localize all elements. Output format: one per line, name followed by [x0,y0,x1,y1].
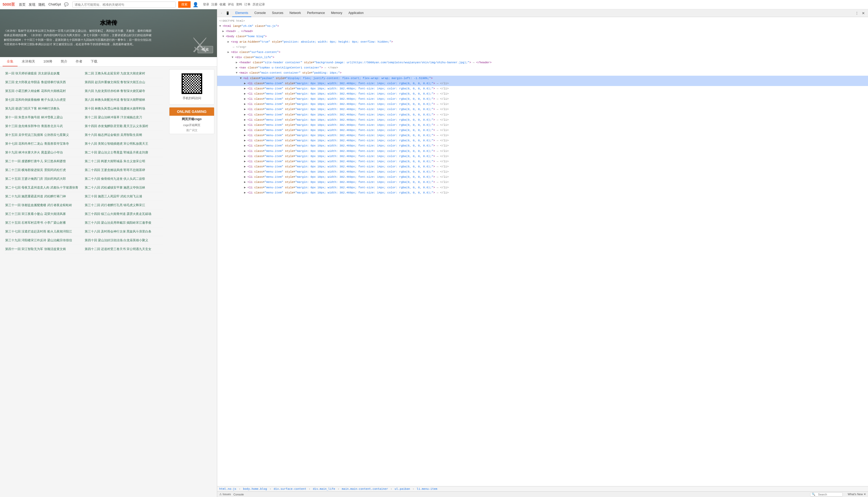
chapter-item[interactable]: 第十三回 急先锋东郭争功 青面兽北京斗武 [4,122,83,131]
tree-head[interactable]: ▶ <head> … </head> [217,29,868,34]
login-link[interactable]: 登录 [203,2,209,7]
breadcrumb-main-content[interactable]: main.main-content.container [342,487,388,491]
more-icon[interactable]: ⋮ [854,11,859,16]
tree-div-surface[interactable]: ▶ <div class="surface-content"> [217,49,868,55]
chapter-item[interactable]: 第四十一回 宋江智取无为军 张顺活捉黄文炳 [4,245,83,254]
tree-li-item[interactable]: ▶ <li class="menu-item" style="margin: 0… [217,159,868,164]
tab-intro[interactable]: 简介 [57,57,72,66]
tree-html[interactable]: ▼ <html lang="zh-CN" class="no-js"> [217,24,868,29]
whats-new[interactable]: What's New ✕ [848,493,866,496]
tree-li-item[interactable]: ▶ <li class="menu-item" style="margin: 0… [217,169,868,174]
tree-li-item[interactable]: ▶ <li class="menu-item" style="margin: 0… [217,190,868,195]
tree-ul-paiban[interactable]: ▼ <ul class="paiban" style="display: fle… [217,76,868,81]
chapter-item[interactable]: 第三十五回 石将军村店寄书 小李广梁山射雁 [4,218,83,227]
chapter-item[interactable]: 第二十四回 王婆贪贿说风情 郓哥不忿闹茶肆 [83,166,163,175]
chapter-item[interactable]: 第四十二回 还道村受三卷天书 宋公明遇九天玄女 [83,245,163,254]
tree-main[interactable]: ▼ <main class="main-content container" s… [217,70,868,75]
search-button[interactable]: 搜索 [178,1,191,8]
tree-li-item[interactable]: ▶ <li class="menu-item" style="margin: 0… [217,174,868,180]
chapter-item[interactable]: 第十六回 杨志押运金银担 吴用智取生辰纲 [83,131,163,140]
chapter-item[interactable]: 第二十三回 横海郡柴进留宾 景阳冈武松打虎 [4,166,83,175]
tree-li-item[interactable]: ▶ <li class="menu-item" style="margin: 0… [217,81,868,86]
tree-li-item[interactable]: ▶ <li class="menu-item" style="margin: 0… [217,128,868,133]
chapter-item[interactable]: 第十二回 梁山泊林冲落草 汴京城杨志卖刀 [83,113,163,122]
chapter-item[interactable]: 第十九回 林冲水寨大并火 晁盖梁山小夺泊 [4,148,83,157]
nav-home[interactable]: 首页 [19,2,26,7]
tab-108[interactable]: 108将 [39,57,57,66]
chapter-item[interactable]: 第十五回 吴学究说三阮撞筹 公孙胜应七星聚义 [4,131,83,140]
site-logo[interactable]: 5000言 [3,2,15,7]
chapter-item[interactable]: 第二十七回 母夜叉孟州道卖人肉 武都头十字坡遇张青 [4,183,83,192]
tree-li-item[interactable]: ▶ <li class="menu-item" style="margin: 0… [217,91,868,96]
tree-li-item[interactable]: ▶ <li class="menu-item" style="margin: 0… [217,180,868,185]
close-devtools-icon[interactable]: ✕ [861,11,866,16]
mobile-icon[interactable]: 📱 [226,11,230,15]
order-link[interactable]: 订单 [244,2,250,7]
chapter-item[interactable]: 第三十一回 张都监血溅鸳鸯楼 武行者夜走蜈蚣岭 [4,201,83,210]
cursor-icon[interactable]: ⬝ [219,11,223,15]
nav-random[interactable]: 随机 [39,2,45,7]
chapter-item[interactable]: 第十回 林教头风雪山神庙 陆虞候火烧草料场 [83,104,163,113]
chapter-item[interactable]: 第二十九回 施恩重霸孟州道 武松醉打蒋门神 [4,192,83,201]
tree-li-item[interactable]: ▶ <li class="menu-item" style="margin: 0… [217,138,868,143]
chapter-item[interactable]: 第七回 花和尚倒拔垂杨柳 豹子头误入白虎堂 [4,96,83,104]
chapter-item[interactable]: 第三回 史大郎夜走华阴县 鲁提辖拳打镇关西 [4,78,83,87]
nav-discover[interactable]: 发现 [29,2,35,7]
breadcrumb-html[interactable]: html.no-js [219,487,236,491]
tree-li-item[interactable]: ▶ <li class="menu-item" style="margin: 0… [217,112,868,117]
history-link[interactable]: 历史记录 [252,2,265,7]
tab-console[interactable]: Console [251,9,269,17]
tree-li-item[interactable]: ▶ <li class="menu-item" style="margin: 0… [217,143,868,148]
tree-li-item[interactable]: ▶ <li class="menu-item" style="margin: 0… [217,133,868,138]
register-link[interactable]: 注册 [211,2,217,7]
collect-button[interactable]: 收藏 [198,46,213,53]
comment-link[interactable]: 评论 [228,2,234,7]
chapter-item[interactable]: 第四十回 梁山泊好汉劫法场 白龙庙英雄小聚义 [83,236,163,245]
tree-li-item[interactable]: ▶ <li class="menu-item" style="margin: 0… [217,86,868,91]
chapter-item[interactable]: 第三十回 施恩三人死囚牢 武松大闹飞云浦 [83,192,163,201]
tree-li-item[interactable]: ▶ <li class="menu-item" style="margin: 0… [217,107,868,112]
chapter-item[interactable]: 第十八回 美髯公智稳插翅虎 宋公明私放晁天王 [83,140,163,148]
chapter-item[interactable]: 第二十二回 阎婆大闹郓城县 朱仝义放宋公明 [83,157,163,166]
tree-nav[interactable]: ▶ <nav class="topNav u-textAlignCenter1 … [217,65,868,70]
tree-header[interactable]: ▶ <header class="site-header container" … [217,60,868,65]
nav-chatgpt[interactable]: ChatGpt [48,2,61,7]
chapter-item[interactable]: 第二回 王教头私走延安府 九纹龙大闹史家村 [83,69,163,78]
breadcrumb-ul[interactable]: ul.paiban [395,487,410,491]
chapter-item[interactable]: 第八回 林教头刺配沧州道 鲁智深大闹野猪林 [83,96,163,104]
tab-all[interactable]: 全集 [3,57,17,66]
tree-li-item[interactable]: ▶ <li class="menu-item" style="margin: 0… [217,154,868,159]
chapter-item[interactable]: 第一回 张天师祈禳瘟疫 洪太尉误走妖魔 [4,69,83,78]
chapter-item[interactable]: 第四回 赵员外重修文殊院 鲁智深大闹五台山 [83,78,163,87]
status-console[interactable]: Console [233,493,244,496]
status-issues[interactable]: ⚠ Issues [219,493,231,496]
chapter-item[interactable]: 第二十一回 虔婆醉打唐牛儿 宋江怒杀阎婆惜 [4,157,83,166]
chapter-item[interactable]: 第二十回 梁山泊义士尊晁盖 郓城县月夜走刘唐 [83,148,163,157]
breadcrumb-body[interactable]: body.home.blog [243,487,267,491]
chapter-item[interactable]: 第六回 九纹龙剪径赤松林 鲁智深火烧瓦罐寺 [83,87,163,96]
tree-li-item[interactable]: ▶ <li class="menu-item" style="margin: 0… [217,148,868,154]
tree-li-item[interactable]: ▶ <li class="menu-item" style="margin: 0… [217,185,868,190]
chapter-item[interactable]: 第三十八回 及时雨会神行太保 黑旋风斗浪里白条 [83,227,163,236]
tree-li-item[interactable]: ▶ <li class="menu-item" style="margin: 0… [217,123,868,128]
tab-performance[interactable]: Performance [304,9,328,17]
chapter-item[interactable]: 第三十六回 梁山泊吴用举戴宗 揭阳岭宋江逢李俊 [83,218,163,227]
chapter-item[interactable]: 第五回 小霸王醉入销金帐 花和尚大闹桃花村 [4,87,83,96]
breadcrumb-main-life[interactable]: div.main_life [313,487,335,491]
chapter-item[interactable]: 第十七回 花和尚单打二龙山 青面兽双夺宝珠寺 [4,140,83,148]
ad-card[interactable]: ONLINE GAMING 网页开箱csgo csgo开箱网页 推广词文 [169,107,214,134]
chapter-item[interactable]: 第二十五回 王婆计掩西门庆 淫妇药鸩武大郎 [4,175,83,183]
chapter-item[interactable]: 第二十六回 偷骨殖何九送丧 供人头武二设祭 [83,175,163,183]
search-input[interactable] [73,2,175,8]
chapter-item[interactable]: 第三十七回 没遮拦追赶及时雨 船火儿夜闹浔阳江 [4,227,83,236]
chapter-item[interactable]: 第十四回 赤发鬼醉卧灵官殿 晁天王认义东溪村 [83,122,163,131]
tab-network[interactable]: Network [286,9,304,17]
tree-li-item[interactable]: ▶ <li class="menu-item" style="margin: 0… [217,164,868,169]
tree-li-item[interactable]: ▶ <li class="menu-item" style="margin: 0… [217,117,868,123]
chapter-item[interactable]: 第二十八回 武松威镇安平寨 施恩义夺快活林 [83,183,163,192]
chapter-item[interactable]: 第三十九回 浔阳楼宋江吟反诗 梁山泊戴宗传假信 [4,236,83,245]
tab-author[interactable]: 作者 [72,57,87,66]
tree-li-item[interactable]: ▶ <li class="menu-item" style="margin: 0… [217,96,868,101]
tab-sources[interactable]: Sources [269,9,286,17]
breadcrumb-surface[interactable]: div.surface-content [274,487,306,491]
